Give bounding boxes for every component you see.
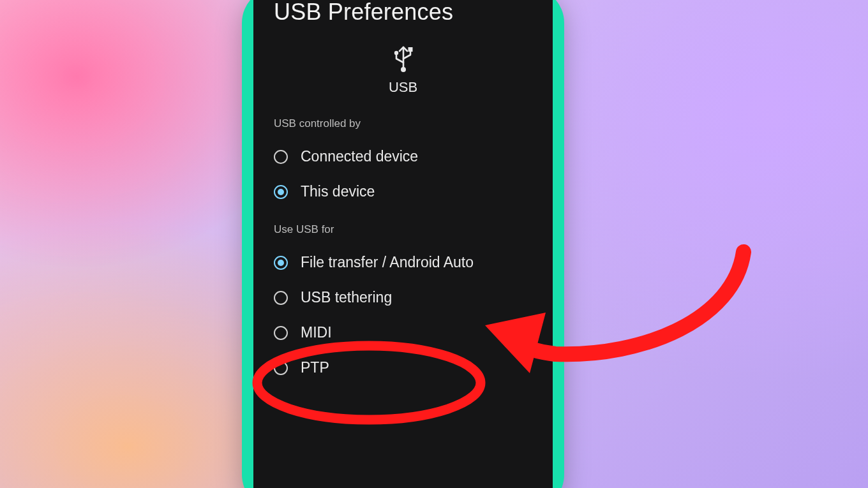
radio-icon bbox=[274, 291, 288, 305]
option-label: MIDI bbox=[301, 324, 332, 341]
radio-icon bbox=[274, 361, 288, 375]
radio-file-transfer[interactable]: File transfer / Android Auto bbox=[273, 245, 534, 280]
radio-ptp[interactable]: PTP bbox=[273, 350, 534, 385]
svg-rect-2 bbox=[408, 47, 412, 52]
option-label: File transfer / Android Auto bbox=[301, 254, 474, 271]
radio-midi[interactable]: MIDI bbox=[273, 315, 534, 350]
section-header-controlled-by: USB controlled by bbox=[274, 117, 534, 130]
usb-icon bbox=[391, 43, 416, 75]
usb-header-block: USB bbox=[273, 43, 534, 96]
page-title: USB Preferences bbox=[274, 0, 534, 26]
section-header-use-for: Use USB for bbox=[274, 223, 534, 236]
radio-icon bbox=[274, 185, 288, 199]
option-label: PTP bbox=[301, 359, 329, 376]
radio-icon bbox=[274, 256, 288, 270]
option-label: Connected device bbox=[301, 148, 418, 165]
radio-usb-tethering[interactable]: USB tethering bbox=[273, 280, 534, 315]
option-label: This device bbox=[301, 183, 375, 200]
radio-this-device[interactable]: This device bbox=[273, 174, 534, 209]
phone-frame: USB Preferences USB USB controlled by Co… bbox=[242, 0, 564, 488]
settings-screen: USB Preferences USB USB controlled by Co… bbox=[253, 0, 553, 488]
option-label: USB tethering bbox=[301, 289, 392, 306]
radio-connected-device[interactable]: Connected device bbox=[273, 139, 534, 174]
radio-icon bbox=[274, 150, 288, 164]
svg-point-0 bbox=[401, 67, 406, 72]
radio-icon bbox=[274, 326, 288, 340]
svg-point-1 bbox=[394, 51, 398, 55]
usb-icon-label: USB bbox=[273, 79, 534, 96]
